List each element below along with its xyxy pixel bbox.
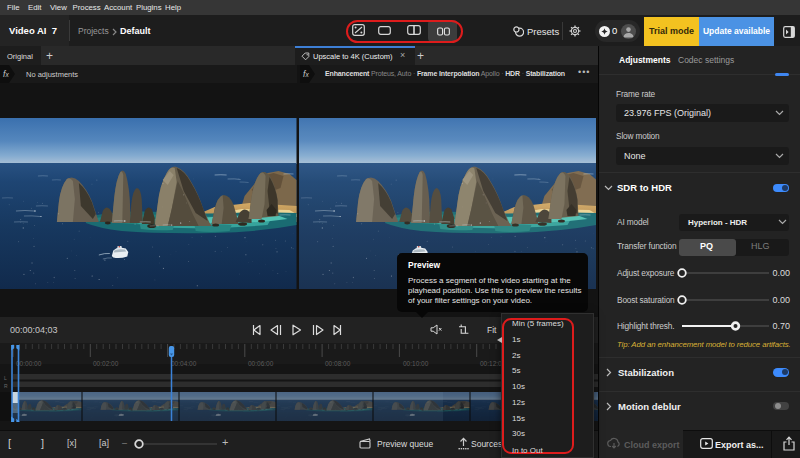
svg-text:00:10:00: 00:10:00 [403,360,429,367]
svg-text:00:00:00: 00:00:00 [16,360,42,367]
svg-text:00:02:00: 00:02:00 [93,360,119,367]
svg-text:00:04:00: 00:04:00 [171,360,197,367]
svg-text:00:08:00: 00:08:00 [325,360,351,367]
svg-text:L: L [4,375,7,381]
svg-text:R: R [4,383,8,389]
svg-text:00:06:00: 00:06:00 [248,360,274,367]
